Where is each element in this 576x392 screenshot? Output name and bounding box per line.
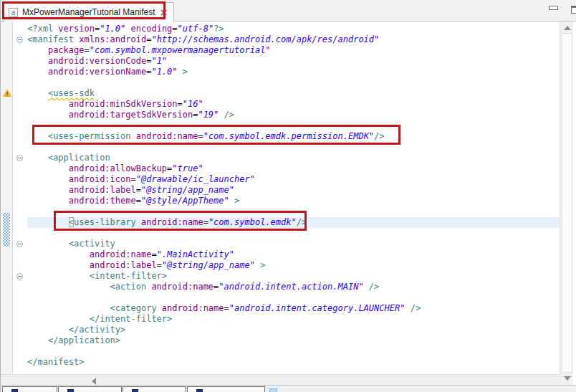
code-line[interactable]: </application> [27, 335, 560, 346]
code-token: = [178, 99, 183, 109]
attribute-value: "19" [198, 110, 219, 120]
fold-collapse-icon[interactable] [16, 241, 23, 247]
code-line[interactable]: </manifest> [27, 357, 560, 368]
attribute-value: "android.intent.action.MAIN" [219, 282, 363, 292]
fold-collapse-icon[interactable] [16, 155, 23, 161]
code-line[interactable] [27, 77, 560, 88]
code-token: /> [411, 303, 421, 313]
code-token [27, 163, 69, 173]
annotation-highlight-box-uses-permission-line [32, 125, 400, 145]
code-token: <action [110, 282, 152, 292]
code-line[interactable]: android:versionName="1.0" > [27, 67, 560, 77]
code-line[interactable]: android:targetSdkVersion="19" /> [27, 110, 560, 120]
code-line[interactable]: <uses-sdk [27, 88, 560, 99]
attribute-value: "com.symbol.mxpowermanagertutorial" [90, 45, 271, 55]
scroll-left-arrow-icon[interactable] [92, 378, 96, 385]
code-line[interactable] [27, 292, 560, 303]
code-line[interactable]: <?xml version="1.0" encoding="utf-8"?> [27, 24, 560, 34]
code-token: <manifest [27, 34, 79, 44]
code-line[interactable]: android:label="@string/app_name" > [27, 260, 560, 271]
scroll-up-arrow-icon[interactable] [564, 26, 571, 30]
code-token [27, 153, 48, 163]
code-token: <intent-filter> [90, 271, 167, 281]
attribute-value: "@style/AppTheme" [141, 196, 229, 206]
attribute-name: android:theme [69, 196, 136, 206]
attribute-name: package [48, 45, 85, 55]
code-token [364, 282, 369, 292]
code-token [405, 303, 410, 313]
code-line[interactable]: <application [27, 153, 560, 163]
page-tab-icon [132, 389, 138, 392]
maximize-button[interactable] [571, 6, 576, 14]
code-line[interactable]: android:name=".MainActivity" [27, 249, 560, 260]
code-line[interactable]: android:versionCode="1" [27, 56, 560, 67]
code-token [27, 260, 90, 270]
code-line[interactable]: <intent-filter> [27, 271, 560, 282]
code-token: <activity [69, 239, 115, 249]
code-line[interactable]: android:minSdkVersion="16" [27, 99, 560, 110]
code-line[interactable]: <manifest xmlns:android="http://schemas.… [27, 34, 560, 45]
page-tab-icon [11, 389, 18, 392]
code-token [27, 67, 48, 77]
bottom-tab[interactable] [58, 386, 122, 392]
code-token [125, 24, 130, 34]
fold-gutter [14, 21, 27, 374]
code-line[interactable]: </intent-filter> [27, 314, 560, 325]
code-token: > [234, 196, 239, 206]
code-token: > [183, 67, 188, 77]
attribute-name: version [58, 24, 95, 34]
bottom-tab[interactable] [123, 386, 186, 392]
code-token: = [224, 303, 229, 313]
code-token [27, 303, 110, 313]
code-line[interactable]: </activity> [27, 325, 560, 335]
code-token: <category [110, 303, 162, 313]
code-line[interactable]: android:icon="@drawable/ic_launcher" [27, 174, 560, 185]
vertical-scrollbar-thumb[interactable] [562, 33, 572, 373]
attribute-value: "true" [172, 163, 203, 173]
bottom-tab[interactable] [187, 386, 265, 392]
attribute-name: android:versionName [48, 67, 146, 77]
code-line[interactable]: android:label="@string/app_name" [27, 185, 560, 196]
attribute-value: "utf-8" [178, 24, 214, 34]
code-token: </activity> [69, 325, 125, 335]
warning-icon[interactable]: ! [3, 89, 11, 97]
scroll-down-arrow-icon[interactable] [564, 376, 571, 381]
attribute-value: "http://schemas.android.com/apk/res/andr… [151, 34, 379, 44]
page-tab-icon [67, 389, 74, 392]
code-token: = [151, 249, 156, 259]
attribute-name: android:name [162, 303, 224, 313]
attribute-name: android:allowBackup [69, 163, 167, 173]
page-tab-icon [196, 389, 203, 392]
attribute-value: "@string/app_name" [162, 260, 255, 270]
code-line[interactable]: <activity [27, 239, 560, 249]
xml-source-tab-icon[interactable] [269, 388, 277, 392]
code-token [178, 67, 183, 77]
code-token: = [157, 260, 162, 270]
code-token: = [136, 185, 141, 195]
source-editor[interactable]: ! <?xml version="1.0" encoding="utf-8"?>… [1, 21, 560, 374]
code-token [27, 174, 69, 184]
code-token [229, 196, 234, 206]
code-token [219, 110, 224, 120]
code-token: <application [48, 153, 110, 163]
code-line[interactable]: android:theme="@style/AppTheme" > [27, 196, 560, 206]
bottom-tab[interactable] [2, 386, 57, 392]
attribute-name: android:label [90, 260, 157, 270]
vertical-scrollbar[interactable] [560, 21, 573, 385]
bottom-page-tab-strip [1, 385, 576, 392]
code-token [27, 249, 90, 259]
code-token: = [84, 45, 89, 55]
fold-collapse-icon[interactable] [16, 37, 23, 43]
code-line[interactable]: package="com.symbol.mxpowermanagertutori… [27, 45, 560, 56]
code-line[interactable]: <action android:name="android.intent.act… [27, 282, 560, 292]
code-line[interactable]: <category android:name="android.intent.c… [27, 303, 560, 314]
horizontal-scrollbar[interactable] [1, 374, 560, 385]
attribute-name: android:label [69, 185, 136, 195]
code-line[interactable]: android:allowBackup="true" [27, 163, 560, 174]
attribute-name: encoding [131, 24, 173, 34]
code-area[interactable]: <?xml version="1.0" encoding="utf-8"?><m… [27, 24, 560, 368]
code-line[interactable] [27, 346, 560, 357]
code-token: /> [224, 110, 234, 120]
minimize-button[interactable] [549, 6, 558, 10]
fold-collapse-icon[interactable] [16, 273, 23, 279]
